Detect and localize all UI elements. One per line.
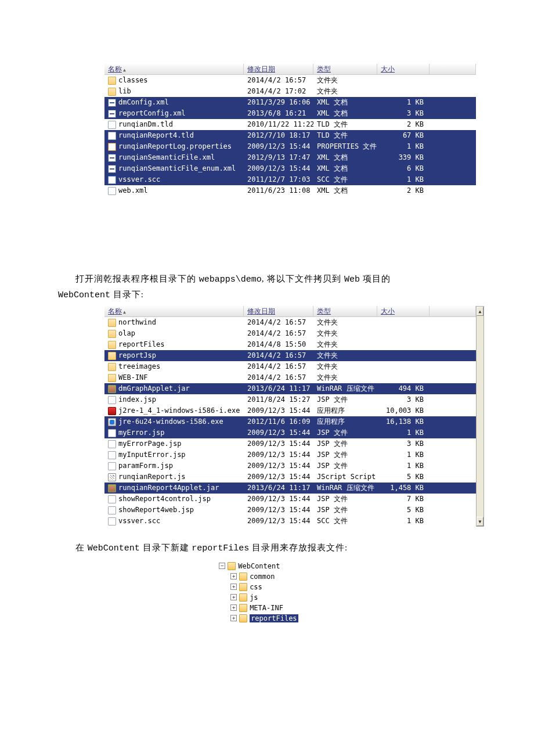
file-modified: 2009/12/3 15:44: [244, 449, 313, 460]
file-icon: [108, 396, 116, 404]
file-list-1: 名称▲ 修改日期 类型 大小 classes2014/4/2 16:57文件夹l…: [104, 64, 476, 196]
file-name: j2re-1_4_1-windows-i586-i.exe: [118, 405, 240, 416]
tree-root-label: WebContent: [238, 562, 280, 570]
file-row[interactable]: treeimages2014/4/2 16:57文件夹: [104, 361, 476, 372]
paragraph-2: 在 WebContent 目录下新建 reportFiles 目录用来存放报表文…: [58, 541, 476, 556]
tree-item-label: js: [250, 593, 258, 602]
file-row[interactable]: j2re-1_4_1-windows-i586-i.exe2009/12/3 1…: [104, 405, 476, 416]
vertical-scrollbar[interactable]: ▲ ▼: [476, 306, 484, 527]
file-row[interactable]: myErrorPage.jsp2009/12/3 15:44JSP 文件3 KB: [104, 438, 476, 449]
expand-icon[interactable]: +: [230, 604, 237, 611]
column-header-modified[interactable]: 修改日期: [244, 306, 313, 316]
file-size: [377, 350, 430, 361]
column-header-type[interactable]: 类型: [313, 306, 377, 316]
file-size: 1 KB: [377, 141, 430, 152]
column-header-size[interactable]: 大小: [377, 64, 430, 74]
file-size: 67 KB: [377, 130, 430, 141]
tree-root[interactable]: − WebContent: [209, 561, 325, 571]
file-row[interactable]: classes2014/4/2 16:57文件夹: [104, 75, 476, 86]
file-row[interactable]: runqianReport4.tld2012/7/10 18:17TLD 文件6…: [104, 130, 476, 141]
file-row[interactable]: runqianReport.js2009/12/3 15:44JScript S…: [104, 471, 476, 483]
file-modified: 2012/11/6 16:09: [244, 416, 313, 427]
column-header-name[interactable]: 名称▲: [104, 306, 244, 316]
file-name: reportJsp: [118, 350, 156, 361]
file-xml-icon: [108, 154, 116, 162]
file-type: XML 文档: [313, 97, 377, 108]
file-type: 应用程序: [313, 405, 377, 416]
tree-item-label: reportFiles: [250, 614, 298, 622]
file-row[interactable]: vssver.scc2009/12/3 15:44SCC 文件1 KB: [104, 516, 476, 527]
file-row[interactable]: reportFiles2014/4/8 15:50文件夹: [104, 339, 476, 350]
file-type: 文件夹: [313, 361, 377, 372]
tree-item[interactable]: +reportFiles: [209, 613, 325, 624]
file-size: 5 KB: [377, 505, 430, 516]
tree-item[interactable]: +css: [209, 582, 325, 592]
folder-icon: [108, 330, 116, 338]
file-modified: 2014/4/2 16:57: [244, 361, 313, 372]
file-name: runqianReport.js: [118, 471, 186, 483]
file-row[interactable]: myError.jsp2009/12/3 15:44JSP 文件1 KB: [104, 427, 476, 438]
file-modified: 2013/6/8 16:21: [244, 108, 313, 119]
expand-icon[interactable]: +: [230, 594, 237, 600]
file-row[interactable]: northwind2014/4/2 16:57文件夹: [104, 317, 476, 328]
file-row[interactable]: paramForm.jsp2009/12/3 15:44JSP 文件1 KB: [104, 460, 476, 471]
file-row[interactable]: vssver.scc2011/12/7 17:03SCC 文件1 KB: [104, 174, 476, 185]
file-modified: 2014/4/2 17:02: [244, 86, 313, 97]
file-modified: 2014/4/8 15:50: [244, 339, 313, 350]
file-name: olap: [118, 328, 135, 339]
file-name: treeimages: [118, 361, 160, 372]
file-row[interactable]: olap2014/4/2 16:57文件夹: [104, 328, 476, 339]
file-row[interactable]: runqianSemanticFile.xml2012/9/13 17:47XM…: [104, 152, 476, 163]
file-row[interactable]: index.jsp2011/8/24 15:27JSP 文件3 KB: [104, 394, 476, 405]
file-name: runqianSemanticFile.xml: [118, 152, 215, 163]
column-header-modified[interactable]: 修改日期: [244, 64, 313, 74]
file-row[interactable]: WEB-INF2014/4/2 16:57文件夹: [104, 372, 476, 383]
scroll-down-icon[interactable]: ▼: [477, 517, 484, 526]
file-modified: 2011/8/24 15:27: [244, 394, 313, 405]
file-xml-icon: [108, 99, 116, 107]
file-type: JSP 文件: [313, 505, 377, 516]
expand-icon[interactable]: +: [230, 584, 237, 590]
file-name: jre-6u24-windows-i586.exe: [118, 416, 223, 427]
file-row[interactable]: runqianSemanticFile_enum.xml2009/12/3 15…: [104, 163, 476, 174]
tree-item[interactable]: +common: [209, 571, 325, 582]
file-row[interactable]: runqianReport4Applet.jar2013/6/24 11:17W…: [104, 483, 476, 494]
file-modified: 2014/4/2 16:57: [244, 350, 313, 361]
file-row[interactable]: showReport4web.jsp2009/12/3 15:44JSP 文件5…: [104, 505, 476, 516]
folder-tree: − WebContent +common +css +js +META-INF …: [209, 561, 325, 624]
exe2-icon: [108, 418, 116, 426]
tree-item-label: META-INF: [250, 604, 283, 612]
file-name: runqianSemanticFile_enum.xml: [118, 163, 236, 174]
file-modified: 2009/12/3 15:44: [244, 427, 313, 438]
column-header-name[interactable]: 名称▲: [104, 64, 244, 74]
column-header-type[interactable]: 类型: [313, 64, 377, 74]
column-header-size[interactable]: 大小: [377, 306, 430, 316]
sort-asc-icon: ▲: [123, 307, 126, 316]
file-row[interactable]: showReport4control.jsp2009/12/3 15:44JSP…: [104, 494, 476, 505]
file-name: showReport4control.jsp: [118, 494, 211, 505]
expand-icon[interactable]: +: [230, 573, 237, 579]
file-name: paramForm.jsp: [118, 460, 173, 471]
collapse-icon[interactable]: −: [219, 563, 225, 569]
jar-icon: [108, 385, 116, 393]
file-row[interactable]: myInputError.jsp2009/12/3 15:44JSP 文件1 K…: [104, 449, 476, 460]
file-type: JSP 文件: [313, 494, 377, 505]
file-row[interactable]: runqianDm.tld2010/11/22 11:22TLD 文件2 KB: [104, 119, 476, 130]
tree-item[interactable]: +META-INF: [209, 603, 325, 613]
file-row[interactable]: reportConfig.xml2013/6/8 16:21XML 文档3 KB: [104, 108, 476, 119]
file-icon: [108, 451, 116, 459]
file-size: [377, 317, 430, 328]
tree-item[interactable]: +js: [209, 592, 325, 603]
scroll-up-icon[interactable]: ▲: [477, 307, 484, 316]
file-row[interactable]: dmConfig.xml2011/3/29 16:06XML 文档1 KB: [104, 97, 476, 108]
file-row[interactable]: web.xml2011/6/23 11:08XML 文档2 KB: [104, 185, 476, 196]
file-name: northwind: [118, 317, 156, 328]
file-modified: 2009/12/3 15:44: [244, 516, 313, 527]
expand-icon[interactable]: +: [230, 615, 237, 621]
file-row[interactable]: lib2014/4/2 17:02文件夹: [104, 86, 476, 97]
file-xml-icon: [108, 110, 116, 118]
file-row[interactable]: runqianReportLog.properties2009/12/3 15:…: [104, 141, 476, 152]
file-row[interactable]: reportJsp2014/4/2 16:57文件夹: [104, 350, 476, 361]
file-row[interactable]: jre-6u24-windows-i586.exe2012/11/6 16:09…: [104, 416, 476, 427]
file-row[interactable]: dmGraphApplet.jar2013/6/24 11:17WinRAR 压…: [104, 383, 476, 394]
